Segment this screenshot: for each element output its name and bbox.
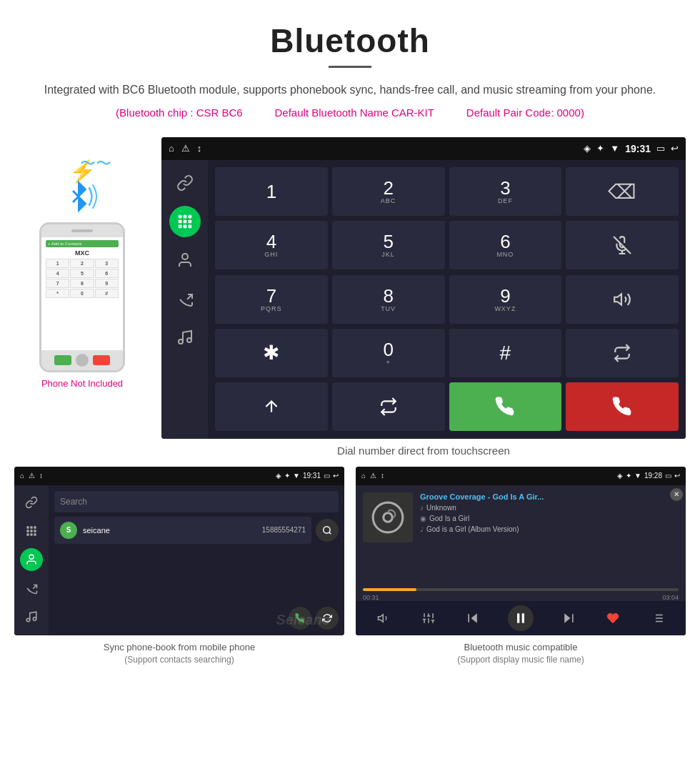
- bluetooth-waves-icon: 〜〜: [80, 156, 111, 172]
- sidebar-music-btn[interactable]: [169, 322, 201, 353]
- phone-end-button: [93, 355, 110, 365]
- spec-code: Default Pair Code: 0000): [466, 106, 584, 119]
- dial-key-1[interactable]: 1: [215, 167, 328, 216]
- dial-key-call[interactable]: [449, 382, 562, 431]
- music-times: 00:31 03:04: [363, 594, 679, 601]
- pb-sidebar-link[interactable]: [20, 491, 43, 514]
- dial-key-6[interactable]: 6 MNO: [449, 221, 562, 269]
- pb-search-button[interactable]: [316, 519, 339, 542]
- dial-row-1: 1 2 ABC 3 DEF ⌫: [215, 167, 679, 216]
- car-body: 1 2 ABC 3 DEF ⌫: [161, 160, 686, 439]
- dial-key-backspace[interactable]: ⌫: [566, 167, 679, 216]
- dial-key-hash[interactable]: #: [449, 329, 562, 377]
- music-location-icon: ◈: [617, 472, 623, 480]
- page-title: Bluetooth: [43, 21, 657, 60]
- pb-sidebar-contacts[interactable]: [20, 548, 43, 571]
- dial-key-volume[interactable]: [566, 275, 679, 324]
- svg-rect-10: [178, 224, 181, 228]
- music-note-icon: ♩: [420, 525, 424, 533]
- dial-key-4[interactable]: 4 GHI: [215, 221, 328, 269]
- music-close-button[interactable]: ✕: [670, 488, 683, 501]
- phone-side: ⚡ 〜〜: [14, 137, 150, 389]
- dial-key-8[interactable]: 8 TUV: [332, 275, 445, 324]
- dial-key-7[interactable]: 7 PQRS: [215, 275, 328, 324]
- music-status-bar: ⌂ ⚠ ↕ ◈ ✦ ▼ 19:28 ▭ ↩: [356, 467, 686, 485]
- dial-key-9[interactable]: 9 WXYZ: [449, 275, 562, 324]
- dial-key-merge[interactable]: [215, 382, 328, 431]
- dial-key-3[interactable]: 3 DEF: [449, 167, 562, 216]
- music-equalizer-btn[interactable]: [419, 608, 439, 628]
- pb-time: 19:31: [303, 472, 321, 480]
- svg-rect-27: [34, 530, 36, 532]
- svg-point-35: [324, 526, 330, 532]
- status-right: ◈ ✦ ▼ 19:31 ▭ ↩: [584, 143, 679, 154]
- svg-point-33: [26, 618, 30, 622]
- music-prev-btn[interactable]: [463, 608, 483, 628]
- svg-line-32: [33, 585, 36, 588]
- music-next-btn[interactable]: [559, 608, 579, 628]
- pb-sidebar-calllog[interactable]: [20, 577, 43, 600]
- svg-line-14: [187, 294, 192, 299]
- svg-rect-9: [188, 219, 191, 223]
- dial-key-5[interactable]: 5 JKL: [332, 221, 445, 269]
- svg-marker-0: [79, 182, 86, 197]
- svg-rect-5: [183, 214, 186, 218]
- sidebar-calllog-btn[interactable]: [169, 283, 201, 314]
- music-track: ♩ God is a Girl (Album Version): [420, 525, 679, 533]
- music-time: 19:28: [644, 472, 662, 480]
- svg-point-31: [29, 555, 34, 559]
- dial-key-end[interactable]: [566, 382, 679, 431]
- svg-rect-28: [26, 533, 29, 535]
- svg-rect-7: [178, 219, 181, 223]
- svg-rect-51: [517, 613, 519, 622]
- dial-key-mute[interactable]: [566, 221, 679, 269]
- svg-point-37: [373, 502, 403, 532]
- dial-key-0[interactable]: 0 +: [332, 329, 445, 377]
- pb-battery-icon: ▭: [324, 472, 330, 480]
- sidebar-link-btn[interactable]: [169, 167, 201, 199]
- pb-contact-name: seicane: [83, 526, 256, 535]
- pb-sidebar-music[interactable]: [20, 605, 43, 628]
- svg-rect-29: [30, 533, 32, 535]
- phonebook-card: ⌂ ⚠ ↕ ◈ ✦ ▼ 19:31 ▭ ↩: [14, 467, 344, 669]
- page-header: Bluetooth Integrated with BC6 Bluetooth …: [0, 0, 700, 137]
- phone-key-hash: #: [95, 289, 119, 298]
- signal-icon: ▼: [610, 143, 619, 154]
- sidebar-contacts-btn[interactable]: [169, 244, 201, 276]
- svg-rect-11: [183, 224, 186, 228]
- svg-point-38: [384, 512, 393, 522]
- music-playlist-btn[interactable]: [648, 608, 668, 628]
- music-screenshot: ⌂ ⚠ ↕ ◈ ✦ ▼ 19:28 ▭ ↩ ✕: [356, 467, 686, 635]
- svg-point-15: [179, 339, 183, 344]
- pb-contact-number: 15885554271: [262, 526, 306, 534]
- sidebar-dialpad-btn[interactable]: [169, 206, 201, 237]
- phone-bottom-bar: [41, 350, 123, 370]
- svg-rect-52: [522, 613, 524, 622]
- music-volume-btn[interactable]: [374, 608, 394, 628]
- main-section: ⚡ 〜〜: [0, 137, 700, 460]
- pb-sync-button[interactable]: [316, 607, 339, 630]
- music-favorite-btn[interactable]: [603, 608, 623, 628]
- svg-line-3: [73, 197, 79, 202]
- dial-key-2[interactable]: 2 ABC: [332, 167, 445, 216]
- pb-body: Search S seicane 15885554271: [14, 485, 344, 635]
- pb-search-field[interactable]: Search: [54, 491, 339, 512]
- pb-call-button[interactable]: [289, 607, 311, 630]
- svg-point-16: [187, 338, 191, 342]
- pb-sidebar-dialpad[interactable]: [20, 520, 43, 542]
- dial-key-star[interactable]: ✱: [215, 329, 328, 377]
- music-progress-bar[interactable]: [363, 588, 679, 591]
- pb-contact-row: S seicane 15885554271: [54, 517, 311, 544]
- spec-name: Default Bluetooth Name CAR-KIT: [275, 106, 434, 119]
- svg-marker-39: [379, 614, 384, 622]
- music-play-btn[interactable]: [508, 605, 534, 631]
- phone-call-button: [54, 355, 71, 365]
- music-battery-icon: ▭: [665, 472, 671, 480]
- pb-search-placeholder: Search: [60, 497, 87, 507]
- dial-key-transfer[interactable]: [332, 382, 445, 431]
- dial-key-swap[interactable]: [566, 329, 679, 377]
- dial-row-3: 7 PQRS 8 TUV 9 WXYZ: [215, 275, 679, 324]
- music-status-right: ◈ ✦ ▼ 19:28 ▭ ↩: [617, 472, 680, 480]
- pb-signal-icon: ▼: [293, 472, 300, 480]
- pb-usb-icon: ↕: [39, 472, 43, 480]
